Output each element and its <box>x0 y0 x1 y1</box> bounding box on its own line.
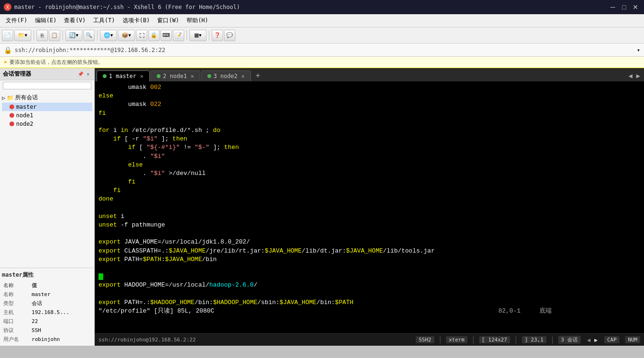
add-tab-button[interactable]: + <box>252 70 264 81</box>
props-value-type: 会话 <box>30 299 92 308</box>
help-button[interactable]: ❓ <box>212 30 223 41</box>
props-table: 名称 值 名称 master 类型 会话 主机 192.168.5... 端口 <box>2 281 92 344</box>
status-sep-3 <box>516 336 516 344</box>
menu-edit[interactable]: 编辑(E) <box>31 15 61 26</box>
copy-button[interactable]: ⎘ <box>36 30 48 41</box>
new-session-button[interactable]: 📄 <box>2 30 13 41</box>
tree-item-label-node1: node1 <box>16 112 33 119</box>
menu-bar: 文件(F) 编辑(E) 查看(V) 工具(T) 选项卡(B) 窗口(W) 帮助(… <box>0 14 644 27</box>
app-icon: X <box>4 3 11 11</box>
tab-label-node2: 3 node2 <box>214 73 238 79</box>
terminal-content[interactable]: umask 002 else umask 022 fi for i in /et… <box>95 81 644 333</box>
title-bar-left: X master - robinjohn@master:~/.ssh - Xsh… <box>4 3 240 11</box>
props-row-type: 类型 会话 <box>2 299 92 308</box>
props-label-port: 端口 <box>2 317 30 326</box>
status-ssh-address: ssh://robinjohn@192.168.56.2:22 <box>98 337 196 343</box>
tree-item-node1[interactable]: node1 <box>2 111 92 120</box>
zmodem-button[interactable]: 📦▾ <box>118 30 135 41</box>
props-row-port: 端口 22 <box>2 317 92 326</box>
props-label-name: 名称 <box>2 290 30 299</box>
menu-view[interactable]: 查看(V) <box>60 15 89 26</box>
tab-bar: 1 master ✕ 2 node1 ✕ 3 node2 ✕ + ◀ ▶ <box>95 68 644 81</box>
lock-button[interactable]: 🔒 <box>148 30 160 41</box>
terminal-line-15 <box>98 204 640 212</box>
tree-item-label-node2: node2 <box>16 121 33 127</box>
props-title: master属性 <box>2 270 92 281</box>
layout-button[interactable]: ▦▾ <box>189 30 206 41</box>
terminal-line-8: if [ "${-#*i}" != "$-" ]; then <box>98 143 640 152</box>
props-value-protocol: SSH <box>30 326 92 335</box>
pin-button[interactable]: 📌 <box>77 71 84 78</box>
tab-dot-master <box>103 74 107 78</box>
position-badge: ⟧ 23,1 <box>522 336 546 343</box>
terminal-line-10: else <box>98 161 640 169</box>
toolbar-sep-1 <box>34 30 34 41</box>
info-text: 要添加当前会话，点击左侧的箭头按钮。 <box>9 59 103 66</box>
term-badge: xterm <box>446 336 467 343</box>
minimize-button[interactable]: ─ <box>608 2 617 12</box>
tree-root-all-sessions[interactable]: ▷ 📁 所有会话 <box>2 93 92 103</box>
size-badge: ⟦ 124x27 <box>479 336 510 343</box>
terminal-line-9: . "$i" <box>98 152 640 161</box>
tab-prev-button[interactable]: ◀ <box>626 70 634 81</box>
terminal-line-17: unset -f pathmunge <box>98 221 640 229</box>
reconnect-button[interactable]: 🔄▾ <box>65 30 82 41</box>
terminal-line-5 <box>98 118 640 126</box>
num-badge: NUM <box>625 336 640 343</box>
terminal-line-7: if [ -r "$i" ]; then <box>98 135 640 143</box>
chat-button[interactable]: 💬 <box>224 30 235 41</box>
transfer-button[interactable]: 🌐▾ <box>100 30 117 41</box>
tree-expand-icon: ▷ <box>2 95 5 101</box>
menu-tabs[interactable]: 选项卡(B) <box>119 15 154 26</box>
props-row-name: 名称 master <box>2 290 92 299</box>
tab-close-node2[interactable]: ✕ <box>241 73 244 79</box>
menu-file[interactable]: 文件(F) <box>2 15 31 26</box>
tab-master[interactable]: 1 master ✕ <box>97 70 150 81</box>
tab-close-node1[interactable]: ✕ <box>191 73 194 79</box>
toolbar-sep-3 <box>97 30 98 41</box>
info-icon: ➤ <box>4 59 8 66</box>
terminal-line-19: export JAVA_HOME=/usr/local/jdk1.8.0_202… <box>98 238 640 246</box>
menu-window[interactable]: 窗口(W) <box>153 15 183 26</box>
panel-close-button[interactable]: ✕ <box>85 71 91 78</box>
tree-item-node2[interactable]: node2 <box>2 120 92 128</box>
keyboard-button[interactable]: ⌨ <box>161 30 172 41</box>
status-sep-2 <box>473 336 474 344</box>
terminal-line-2: else <box>98 92 640 100</box>
tab-node2[interactable]: 3 node2 ✕ <box>201 70 251 81</box>
session-dot-master <box>9 105 14 109</box>
search-button[interactable]: 🔍 <box>83 30 95 41</box>
tab-next-button[interactable]: ▶ <box>635 70 642 81</box>
script-button[interactable]: 📝 <box>173 30 184 41</box>
nav-left-arrow[interactable]: ◀ <box>586 336 591 344</box>
terminal-line-4: fi <box>98 109 640 118</box>
terminal-cursor-line <box>98 272 640 281</box>
folder-icon: 📁 <box>7 95 14 101</box>
open-button[interactable]: 📁▾ <box>14 30 31 41</box>
session-panel-title: 会话管理器 <box>3 70 31 78</box>
fullscreen-button[interactable]: ⛶ <box>136 30 147 41</box>
address-text: ssh://robinjohn:************@192.168.56.… <box>15 47 634 53</box>
tab-dot-node1 <box>157 74 161 78</box>
terminal-line-18 <box>98 229 640 238</box>
paste-button[interactable]: 📋 <box>49 30 60 41</box>
close-button[interactable]: ✕ <box>631 2 640 12</box>
props-value-host: 192.168.5... <box>30 308 92 317</box>
menu-help[interactable]: 帮助(H) <box>183 15 212 26</box>
terminal-line-20: export CLASSPATH=.:$JAVA_HOME/jre/lib/rt… <box>98 247 640 255</box>
nav-arrows: ◀ ▶ <box>586 336 599 344</box>
props-row-host: 主机 192.168.5... <box>2 308 92 317</box>
toolbar-sep-4 <box>187 30 187 41</box>
address-dropdown[interactable]: ▾ <box>637 47 640 53</box>
nav-right-arrow[interactable]: ▶ <box>593 336 599 344</box>
window-title: master - robinjohn@master:~/.ssh - Xshel… <box>14 4 240 10</box>
tab-node1[interactable]: 2 node1 ✕ <box>151 70 200 81</box>
props-col-value: 值 <box>30 281 92 290</box>
session-search-input[interactable] <box>3 82 91 89</box>
tab-close-master[interactable]: ✕ <box>140 73 143 79</box>
terminal-line-22 <box>98 264 640 272</box>
menu-tools[interactable]: 工具(T) <box>89 15 119 26</box>
tree-item-master[interactable]: master <box>2 103 92 111</box>
terminal-line-1: umask 002 <box>98 83 640 92</box>
maximize-button[interactable]: □ <box>619 2 629 12</box>
